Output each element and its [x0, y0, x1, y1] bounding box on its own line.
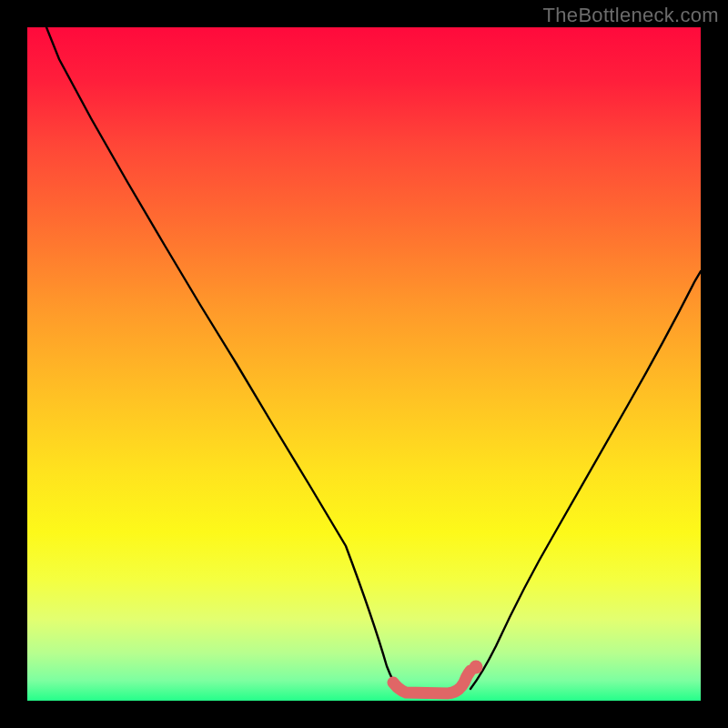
curve-right-branch	[470, 271, 701, 689]
watermark-text: TheBottleneck.com	[543, 4, 719, 27]
curve-left-branch	[41, 27, 398, 688]
chart-frame: TheBottleneck.com	[0, 0, 728, 728]
valley-marker-dot	[470, 661, 483, 674]
chart-curves-svg	[27, 27, 701, 701]
valley-marker-line	[393, 671, 470, 693]
chart-plot-area	[27, 27, 701, 701]
